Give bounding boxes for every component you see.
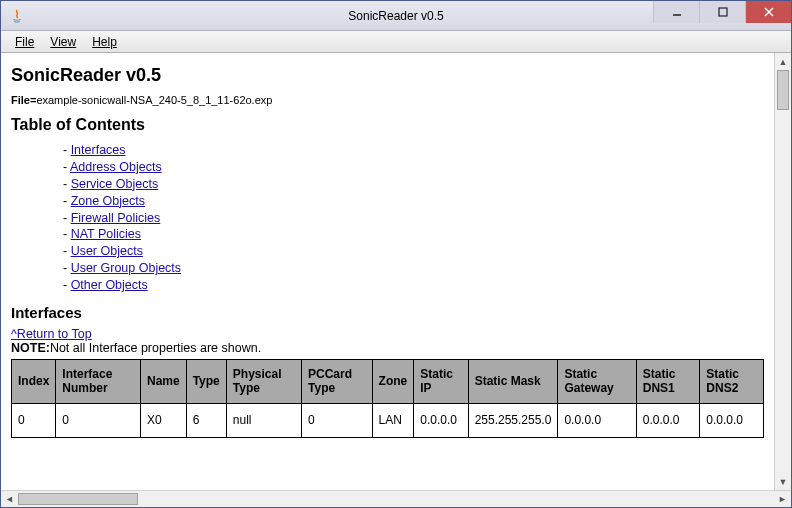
cell-static-mask: 255.255.255.0 (468, 403, 558, 437)
menu-help[interactable]: Help (84, 33, 125, 51)
window-controls (653, 1, 791, 30)
toc-item: Interfaces (63, 142, 764, 159)
file-line: File=example-sonicwall-NSA_240-5_8_1_11-… (11, 94, 764, 106)
toc-item: Service Objects (63, 176, 764, 193)
col-index: Index (12, 359, 56, 403)
minimize-button[interactable] (653, 1, 699, 23)
hscroll-thumb[interactable] (18, 493, 138, 505)
cell-static-dns1: 0.0.0.0 (636, 403, 700, 437)
svg-rect-1 (719, 8, 727, 16)
vscroll-track[interactable] (775, 70, 791, 473)
return-to-top: ^Return to Top (11, 327, 764, 341)
horizontal-scrollbar[interactable]: ◄ ► (1, 490, 791, 507)
toc-link-nat-policies[interactable]: NAT Policies (71, 227, 141, 241)
interfaces-table: Index Interface Number Name Type Physica… (11, 359, 764, 438)
cell-zone: LAN (372, 403, 414, 437)
content-pane: SonicReader v0.5 File=example-sonicwall-… (1, 53, 774, 490)
note-label: NOTE: (11, 341, 50, 355)
cell-physical-type: null (226, 403, 301, 437)
toc-heading: Table of Contents (11, 116, 764, 134)
col-interface-number: Interface Number (56, 359, 141, 403)
toc-item: Zone Objects (63, 193, 764, 210)
cell-static-ip: 0.0.0.0 (414, 403, 468, 437)
vertical-scrollbar[interactable]: ▲ ▼ (774, 53, 791, 490)
toc-link-firewall-policies[interactable]: Firewall Policies (71, 211, 161, 225)
col-physical-type: Physical Type (226, 359, 301, 403)
scroll-right-icon[interactable]: ► (774, 491, 791, 507)
scroll-left-icon[interactable]: ◄ (1, 491, 18, 507)
scroll-down-icon[interactable]: ▼ (775, 473, 791, 490)
cell-name: X0 (140, 403, 186, 437)
toc-link-address-objects[interactable]: Address Objects (70, 160, 162, 174)
file-label: File= (11, 94, 36, 106)
menubar: File View Help (1, 31, 791, 53)
toc-item: Address Objects (63, 159, 764, 176)
toc-item: NAT Policies (63, 226, 764, 243)
col-pccard-type: PCCard Type (302, 359, 373, 403)
col-type: Type (186, 359, 226, 403)
cell-interface-number: 0 (56, 403, 141, 437)
page-title: SonicReader v0.5 (11, 65, 764, 86)
section-heading: Interfaces (11, 304, 764, 321)
toc-link-service-objects[interactable]: Service Objects (71, 177, 159, 191)
cell-static-gateway: 0.0.0.0 (558, 403, 636, 437)
col-static-dns2: Static DNS2 (700, 359, 764, 403)
cell-index: 0 (12, 403, 56, 437)
toc-link-zone-objects[interactable]: Zone Objects (71, 194, 145, 208)
table-row: 0 0 X0 6 null 0 LAN 0.0.0.0 255.255.255.… (12, 403, 764, 437)
col-zone: Zone (372, 359, 414, 403)
content-wrap: SonicReader v0.5 File=example-sonicwall-… (1, 53, 791, 490)
cell-pccard-type: 0 (302, 403, 373, 437)
scroll-up-icon[interactable]: ▲ (775, 53, 791, 70)
note-line: NOTE:Not all Interface properties are sh… (11, 341, 764, 355)
toc-link-other-objects[interactable]: Other Objects (71, 278, 148, 292)
toc-link-user-group-objects[interactable]: User Group Objects (71, 261, 181, 275)
file-value: example-sonicwall-NSA_240-5_8_1_11-62o.e… (36, 94, 272, 106)
toc-item: User Objects (63, 243, 764, 260)
note-text: Not all Interface properties are shown. (50, 341, 261, 355)
return-link[interactable]: ^Return to Top (11, 327, 92, 341)
col-name: Name (140, 359, 186, 403)
app-window: SonicReader v0.5 File View Help SonicRea… (0, 0, 792, 508)
col-static-ip: Static IP (414, 359, 468, 403)
toc-link-user-objects[interactable]: User Objects (71, 244, 143, 258)
table-header-row: Index Interface Number Name Type Physica… (12, 359, 764, 403)
toc-item: Other Objects (63, 277, 764, 294)
cell-static-dns2: 0.0.0.0 (700, 403, 764, 437)
maximize-button[interactable] (699, 1, 745, 23)
col-static-dns1: Static DNS1 (636, 359, 700, 403)
vscroll-thumb[interactable] (777, 70, 789, 110)
toc-item: User Group Objects (63, 260, 764, 277)
menu-view[interactable]: View (42, 33, 84, 51)
col-static-mask: Static Mask (468, 359, 558, 403)
titlebar: SonicReader v0.5 (1, 1, 791, 31)
col-static-gateway: Static Gateway (558, 359, 636, 403)
hscroll-track[interactable] (18, 491, 774, 507)
toc-item: Firewall Policies (63, 210, 764, 227)
toc-link-interfaces[interactable]: Interfaces (71, 143, 126, 157)
java-icon (9, 8, 25, 24)
toc-list: Interfaces Address Objects Service Objec… (11, 142, 764, 294)
cell-type: 6 (186, 403, 226, 437)
close-button[interactable] (745, 1, 791, 23)
menu-file[interactable]: File (7, 33, 42, 51)
